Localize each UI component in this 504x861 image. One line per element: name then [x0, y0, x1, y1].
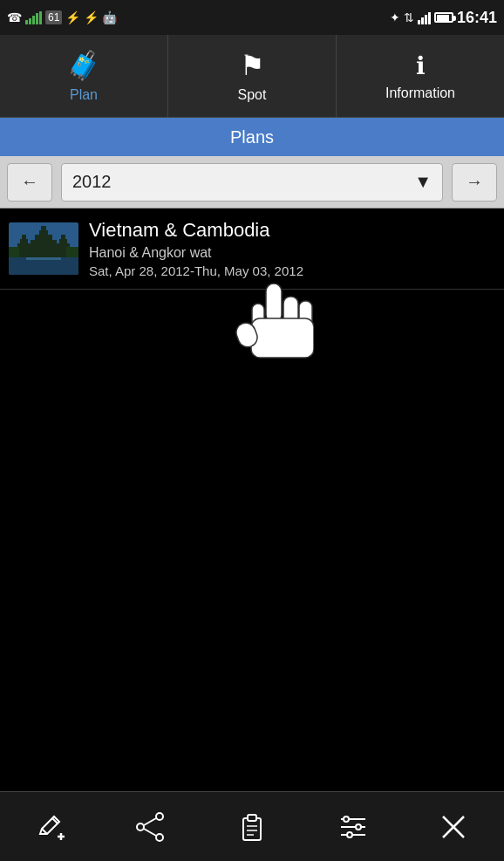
carrier-signal: [418, 10, 431, 24]
svg-point-40: [347, 832, 352, 837]
trip-item-vietnam-cambodia[interactable]: Vietnam & Cambodia Hanoi & Angkor wat Sa…: [0, 208, 504, 290]
add-edit-button[interactable]: [29, 805, 72, 849]
tab-bar: 🧳 Plan ⚑ Spot ℹ Information: [0, 35, 504, 118]
settings-icon: ✦: [390, 10, 400, 24]
usb-icon-2: ⚡: [84, 10, 99, 24]
trip-name: Vietnam & Cambodia: [89, 219, 495, 242]
prev-arrow-icon: ←: [21, 172, 38, 192]
android-icon: 🤖: [102, 10, 117, 24]
bottom-toolbar: [0, 791, 504, 861]
status-left: ☎ 61 ⚡ ⚡ 🤖: [7, 10, 117, 24]
tab-spot-label: Spot: [238, 87, 267, 103]
trip-subtitle: Hanoi & Angkor wat: [89, 245, 495, 261]
plans-header: Plans: [0, 118, 504, 156]
svg-point-39: [356, 824, 361, 830]
status-right: ✦ ⇅ 16:41: [390, 9, 497, 27]
share-button[interactable]: [129, 805, 173, 849]
trip-list: Vietnam & Cambodia Hanoi & Angkor wat Sa…: [0, 208, 504, 290]
status-time: 16:41: [457, 9, 497, 27]
svg-rect-14: [66, 247, 78, 257]
trip-dates: Sat, Apr 28, 2012-Thu, May 03, 2012: [89, 263, 495, 278]
status-bar: ☎ 61 ⚡ ⚡ 🤖 ✦ ⇅ 16:41: [0, 0, 504, 35]
information-icon: ℹ: [416, 51, 426, 80]
svg-rect-13: [9, 247, 19, 257]
svg-line-28: [144, 818, 156, 825]
usb-icon-1: ⚡: [65, 10, 80, 24]
clipboard-button[interactable]: [230, 805, 274, 849]
svg-point-27: [137, 823, 144, 830]
prev-year-button[interactable]: ←: [7, 163, 52, 202]
svg-point-26: [156, 834, 163, 841]
tab-spot[interactable]: ⚑ Spot: [168, 35, 337, 117]
svg-rect-18: [252, 304, 264, 334]
battery-icon: [434, 12, 453, 23]
plan-icon: 🧳: [66, 49, 101, 82]
next-year-button[interactable]: →: [452, 163, 497, 202]
svg-point-38: [344, 817, 349, 822]
cursor-overlay: [235, 279, 314, 370]
svg-rect-31: [248, 815, 256, 821]
close-button[interactable]: [432, 805, 475, 849]
tab-plan-label: Plan: [70, 87, 98, 103]
svg-rect-17: [299, 301, 312, 334]
year-dropdown[interactable]: 2012 ▼: [61, 163, 443, 202]
svg-line-29: [144, 829, 156, 836]
tab-information-label: Information: [385, 85, 455, 101]
tab-plan[interactable]: 🧳 Plan: [0, 35, 168, 117]
trip-thumbnail: [9, 222, 78, 275]
plans-title: Plans: [230, 127, 274, 147]
svg-rect-11: [61, 235, 65, 241]
trip-info: Vietnam & Cambodia Hanoi & Angkor wat Sa…: [89, 219, 495, 278]
svg-rect-5: [41, 226, 46, 232]
next-arrow-icon: →: [466, 172, 483, 192]
year-selector: ← 2012 ▼ →: [0, 156, 504, 208]
svg-rect-8: [22, 235, 26, 241]
phone-icon: ☎: [7, 10, 22, 24]
badge-61: 61: [45, 10, 62, 24]
tab-information[interactable]: ℹ Information: [337, 35, 504, 117]
filter-button[interactable]: [331, 805, 375, 849]
svg-point-25: [156, 813, 163, 820]
sync-icon: ⇅: [404, 10, 414, 24]
svg-rect-19: [251, 318, 314, 358]
year-value: 2012: [72, 172, 112, 192]
svg-rect-12: [26, 257, 61, 260]
svg-rect-20: [235, 320, 260, 350]
spot-icon: ⚑: [240, 49, 265, 82]
signal-bars: [25, 10, 42, 24]
dropdown-arrow-icon: ▼: [414, 172, 432, 192]
svg-rect-16: [283, 297, 298, 331]
